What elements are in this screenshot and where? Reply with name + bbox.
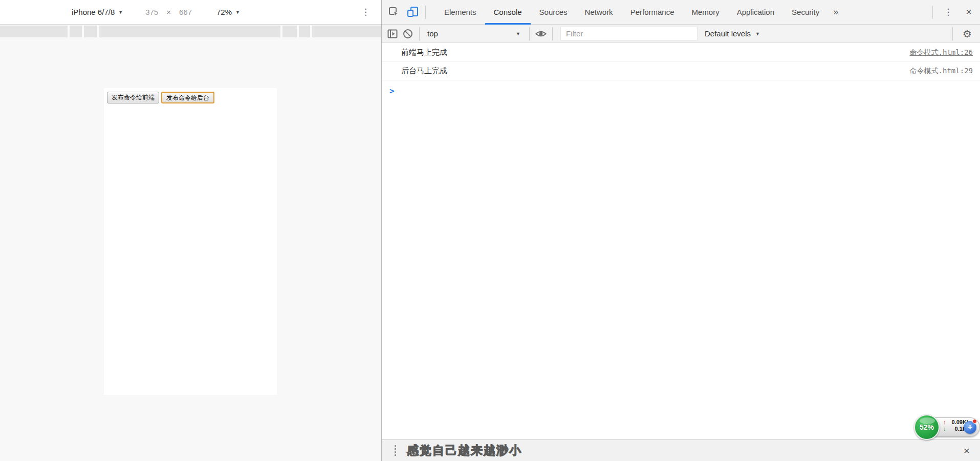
- emulated-page: 发布命令给前端 发布命令给后台: [104, 88, 277, 395]
- separator: [419, 27, 420, 40]
- source-link[interactable]: 命令模式.html:26: [910, 48, 973, 57]
- notification-dot: [972, 419, 977, 424]
- ruler-gap: [68, 26, 70, 37]
- devtools-menu-button[interactable]: ⋮: [937, 7, 960, 17]
- separator: [552, 27, 553, 40]
- device-height-value[interactable]: 667: [179, 8, 192, 16]
- bottom-drawer-bar: 感觉自己越来越渺小 ×: [382, 439, 980, 461]
- chevron-down-icon: ▼: [118, 10, 123, 15]
- device-select[interactable]: iPhone 6/7/8 ▼: [72, 8, 123, 16]
- separator: [952, 27, 953, 40]
- toggle-device-toolbar-icon[interactable]: [403, 4, 422, 21]
- devtools-panel: Elements Console Sources Network Perform…: [382, 0, 980, 461]
- console-message-row: 前端马上完成 命令模式.html:26: [382, 44, 980, 62]
- size-ruler[interactable]: [0, 26, 381, 37]
- log-levels-select[interactable]: Default levels ▼: [705, 29, 760, 38]
- drag-handle-icon[interactable]: [395, 445, 396, 456]
- execution-context-select[interactable]: top ▼: [423, 29, 526, 38]
- memory-percent-value: 52%: [920, 423, 934, 431]
- ruler-gap: [97, 26, 99, 37]
- device-emulation-panel: iPhone 6/7/8 ▼ 375 × 667 72% ▼ ⋮ 发布命令给前端…: [0, 0, 382, 461]
- ruler-gap: [280, 26, 282, 37]
- tab-elements[interactable]: Elements: [435, 0, 485, 25]
- console-messages-area[interactable]: 前端马上完成 命令模式.html:26 后台马上完成 命令模式.html:29 …: [382, 44, 980, 439]
- tab-security[interactable]: Security: [783, 0, 828, 25]
- dispatch-frontend-button[interactable]: 发布命令给前端: [107, 92, 159, 103]
- device-select-label: iPhone 6/7/8: [72, 8, 115, 16]
- console-prompt[interactable]: >: [382, 80, 980, 96]
- drawer-close-button[interactable]: ×: [964, 445, 970, 457]
- gauge-shine: [920, 417, 935, 424]
- tab-performance[interactable]: Performance: [622, 0, 683, 25]
- chevron-down-icon: ▼: [235, 10, 240, 15]
- clear-console-icon[interactable]: [400, 27, 416, 41]
- zoom-select[interactable]: 72% ▼: [216, 8, 240, 16]
- drawer-message-text: 感觉自己越来越渺小: [407, 443, 522, 458]
- console-sidebar-icon[interactable]: [385, 27, 400, 41]
- zoom-level-value: 72%: [216, 8, 232, 16]
- ruler-gap: [310, 26, 312, 37]
- console-toolbar: top ▼ Default levels ▼ ⚙: [382, 25, 980, 43]
- dispatch-backend-button[interactable]: 发布命令给后台: [161, 92, 214, 103]
- device-toolbar-menu-button[interactable]: ⋮: [361, 0, 370, 25]
- memory-percent-badge[interactable]: 52%: [914, 414, 940, 440]
- console-message-row: 后台马上完成 命令模式.html:29: [382, 62, 980, 80]
- inspect-element-icon[interactable]: [385, 4, 403, 21]
- execution-context-label: top: [427, 29, 438, 38]
- console-message-text: 前端马上完成: [401, 48, 447, 57]
- speed-monitor-widget[interactable]: 52% ↑ 0.09K/s ↓ 0.1K/s +: [914, 414, 980, 442]
- settings-gear-icon[interactable]: ⚙: [956, 28, 977, 40]
- separator: [529, 27, 530, 40]
- upload-arrow-icon: ↑: [943, 419, 949, 425]
- chevron-down-icon: ▼: [516, 31, 520, 36]
- multiply-icon: ×: [166, 8, 171, 16]
- live-expression-eye-icon[interactable]: [533, 27, 549, 41]
- separator: [932, 6, 933, 19]
- download-arrow-icon: ↓: [943, 426, 949, 432]
- prompt-chevron-icon: >: [389, 86, 395, 96]
- tab-network[interactable]: Network: [576, 0, 622, 25]
- tab-console[interactable]: Console: [485, 0, 531, 25]
- separator: [425, 6, 426, 19]
- chevron-down-icon: ▼: [755, 31, 760, 36]
- devtools-tabbar: Elements Console Sources Network Perform…: [382, 0, 980, 25]
- filter-input[interactable]: [560, 27, 698, 40]
- ruler-gap: [82, 26, 84, 37]
- tab-memory[interactable]: Memory: [683, 0, 728, 25]
- device-width-value[interactable]: 375: [145, 8, 158, 16]
- console-message-text: 后台马上完成: [401, 66, 447, 76]
- more-tabs-button[interactable]: »: [828, 7, 843, 17]
- tab-sources[interactable]: Sources: [531, 0, 576, 25]
- tab-application[interactable]: Application: [728, 0, 783, 25]
- ruler-gap: [297, 26, 299, 37]
- device-toolbar: iPhone 6/7/8 ▼ 375 × 667 72% ▼ ⋮: [0, 0, 381, 25]
- log-levels-label: Default levels: [705, 29, 751, 38]
- source-link[interactable]: 命令模式.html:29: [910, 67, 973, 76]
- page-button-row: 发布命令给前端 发布命令给后台: [104, 88, 277, 107]
- devtools-close-button[interactable]: ×: [960, 6, 978, 18]
